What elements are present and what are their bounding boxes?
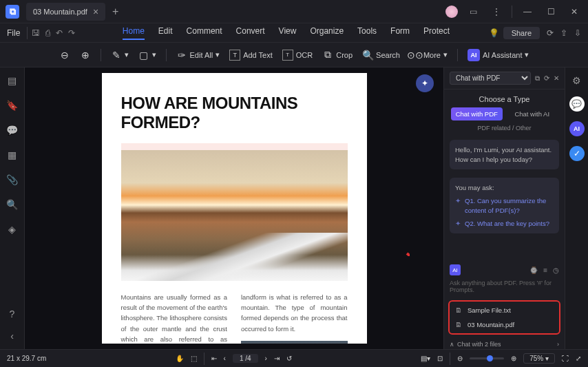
check-bubble-icon[interactable]: ✓ <box>569 146 585 161</box>
zoom-in-status-icon[interactable]: ⊕ <box>511 355 516 362</box>
view-mode-icon[interactable]: ▤▾ <box>421 355 430 362</box>
pdf-page: HOW ARE MOUNTAINS FORMED? Mountains are … <box>102 73 367 344</box>
close-window-icon[interactable]: ✕ <box>566 3 582 20</box>
tab-form[interactable]: Form <box>390 26 410 40</box>
bookmarks-icon[interactable]: 🔖 <box>6 99 19 112</box>
kebab-menu-icon[interactable]: ⋮ <box>488 3 505 20</box>
annotation-arrow <box>400 247 410 256</box>
minimize-icon[interactable]: — <box>519 3 536 20</box>
prev-page-icon[interactable]: ‹ <box>224 355 226 362</box>
tab-protect[interactable]: Protect <box>423 26 450 40</box>
tab-organize[interactable]: Organize <box>310 26 344 40</box>
shape-button[interactable]: ▢▾ <box>138 50 156 61</box>
page-dimensions: 21 x 29.7 cm <box>7 355 46 362</box>
tab-home[interactable]: Home <box>123 26 145 40</box>
tab-view[interactable]: View <box>279 26 297 40</box>
clock-icon[interactable]: ◷ <box>553 266 559 274</box>
layers-icon[interactable]: ◈ <box>6 223 19 235</box>
history-icon[interactable]: ⌚ <box>529 266 538 274</box>
save-icon[interactable]: 🖫 <box>32 28 40 38</box>
chat-with-files-toggle[interactable]: ∧Chat with 2 files› <box>444 339 565 349</box>
select-tool-icon[interactable]: ⬚ <box>191 355 197 362</box>
chat-bubble-icon[interactable]: 💬 <box>569 96 585 112</box>
close-panel-icon[interactable]: ✕ <box>554 74 559 82</box>
hero-image <box>121 150 348 281</box>
print-icon[interactable]: ⎙ <box>45 28 50 38</box>
ai-input[interactable]: Ask anything about PDF. Press '#' for Pr… <box>444 278 565 297</box>
search-panel-icon[interactable]: 🔍 <box>6 198 19 211</box>
last-page-icon[interactable]: ⇥ <box>274 355 280 362</box>
redo-icon[interactable]: ↷ <box>68 28 75 38</box>
edit-all-button[interactable]: ✑Edit All▾ <box>176 50 220 61</box>
thumbnails-icon[interactable]: ▤ <box>6 74 19 87</box>
tab-edit[interactable]: Edit <box>158 26 173 40</box>
page-title: HOW ARE MOUNTAINS FORMED? <box>121 94 348 132</box>
hand-tool-icon[interactable]: ✋ <box>176 355 184 362</box>
popout-icon[interactable]: ⧉ <box>535 74 540 83</box>
tab-convert[interactable]: Convert <box>236 26 265 40</box>
more-icon: ⊙⊙ <box>410 50 421 61</box>
zoom-out-button[interactable]: ⊖ <box>59 50 70 61</box>
user-avatar[interactable] <box>445 6 458 18</box>
file-menu[interactable]: File <box>7 28 20 38</box>
new-tab-button[interactable]: + <box>112 6 118 18</box>
next-page-icon[interactable]: › <box>265 355 267 362</box>
suggestion-q1[interactable]: Q1. Can you summarize the content of PDF… <box>455 196 554 215</box>
bulb-icon[interactable]: 💡 <box>489 28 499 38</box>
ai-bubble-icon[interactable]: AI <box>569 121 585 136</box>
more-button[interactable]: ⊙⊙More▾ <box>410 50 448 61</box>
share-button[interactable]: Share <box>503 27 540 39</box>
undo-icon[interactable]: ↶ <box>56 28 63 38</box>
cloud-sync-icon[interactable]: ⟳ <box>547 28 554 38</box>
tab-tools[interactable]: Tools <box>357 26 377 40</box>
help-icon[interactable]: ? <box>6 308 19 320</box>
chat-with-ai-button[interactable]: Chat with AI <box>507 107 558 120</box>
upload-icon[interactable]: ⇪ <box>560 28 567 38</box>
statusbar: 21 x 29.7 cm ✋ ⬚ ⇤ ‹ 1 /4 › ⇥ ↺ ▤▾ ⊡ ⊖ ⊕… <box>0 349 588 367</box>
collapse-left-icon[interactable]: ‹ <box>6 330 19 342</box>
search-icon: 🔍 <box>362 50 373 61</box>
search-button[interactable]: 🔍Search <box>362 50 400 61</box>
download-icon[interactable]: ⇩ <box>574 28 581 38</box>
document-viewport[interactable]: ✦ HOW ARE MOUNTAINS FORMED? Mountains ar… <box>25 67 443 349</box>
close-tab-icon[interactable]: × <box>93 6 98 17</box>
feedback-icon[interactable]: ▭ <box>465 3 481 20</box>
page-indicator[interactable]: 1 /4 <box>233 354 258 363</box>
fit-icon[interactable]: ⊡ <box>437 355 443 362</box>
you-may-ask-label: You may ask: <box>455 183 554 192</box>
first-page-icon[interactable]: ⇤ <box>211 355 217 362</box>
settings-icon[interactable]: ⚙ <box>571 74 583 87</box>
zoom-in-button[interactable]: ⊕ <box>80 50 91 61</box>
ai-mode-select[interactable]: Chat with PDF <box>450 72 531 85</box>
zoom-value[interactable]: 75% ▾ <box>523 353 555 364</box>
reflow-icon[interactable]: ↺ <box>286 355 292 362</box>
attached-file-row[interactable]: 🗎03 Mountain.pdf <box>450 317 559 332</box>
add-text-button[interactable]: TAdd Text <box>229 50 273 61</box>
comments-icon[interactable]: 💬 <box>6 124 19 136</box>
svg-line-0 <box>407 253 410 256</box>
tab-comment[interactable]: Comment <box>187 26 222 40</box>
fullscreen-icon[interactable]: ⤢ <box>576 355 581 362</box>
suggestion-q2[interactable]: Q2. What are the key points? <box>455 219 554 228</box>
file-icon: 🗎 <box>455 306 463 314</box>
fields-icon[interactable]: ▦ <box>6 149 19 161</box>
body-column-2: landform is what is referred to as a mou… <box>241 292 348 344</box>
chat-with-pdf-button[interactable]: Chat with PDF <box>451 107 503 120</box>
highlighter-button[interactable]: ✎▾ <box>111 50 129 61</box>
crop-icon: ⧉ <box>322 50 333 61</box>
attached-file-row[interactable]: 🗎Sample File.txt <box>450 303 559 317</box>
document-tab[interactable]: 03 Mountain.pdf × <box>26 3 105 21</box>
maximize-icon[interactable]: ☐ <box>543 3 559 20</box>
attachments-icon[interactable]: 📎 <box>6 174 19 186</box>
equalizer-icon[interactable]: ≡ <box>543 266 547 274</box>
ai-assistant-button[interactable]: AIAI Assistant▾ <box>468 49 529 61</box>
fit-width-icon[interactable]: ⛶ <box>562 355 569 362</box>
zoom-in-icon: ⊕ <box>80 50 91 61</box>
zoom-slider[interactable] <box>470 357 504 359</box>
crop-button[interactable]: ⧉Crop <box>322 50 353 61</box>
ocr-button[interactable]: TOCR <box>282 50 313 61</box>
attached-files-box: 🗎Sample File.txt 🗎03 Mountain.pdf <box>448 300 560 335</box>
floating-action-icon[interactable]: ✦ <box>416 74 434 92</box>
zoom-out-status-icon[interactable]: ⊖ <box>457 355 463 362</box>
refresh-icon[interactable]: ⟳ <box>544 74 549 82</box>
